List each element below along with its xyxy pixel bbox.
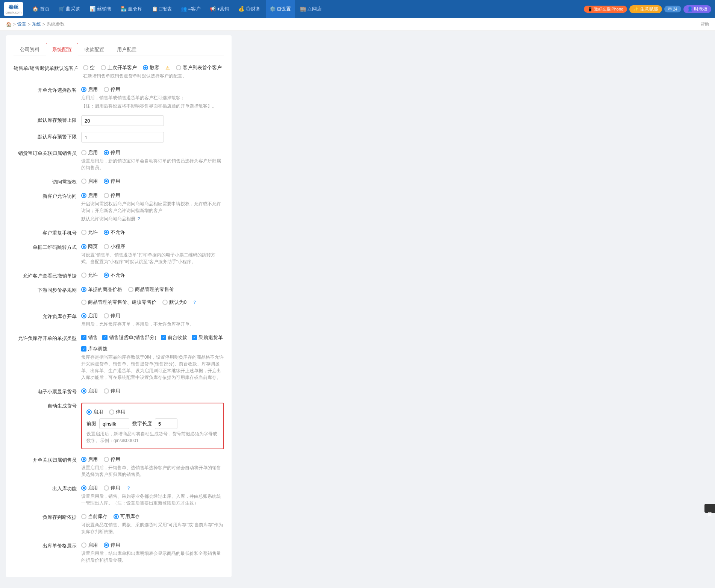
radio-view-sales: 允许 不允许 [81,271,224,279]
label-stock-upper: 默认库存预警上限 [14,115,81,124]
content-downstream-price: 单据的商品价格 商品管理的零售价 商品管理的零售价、建议零售价 默认为0 ？ [81,285,224,306]
msg-badge[interactable]: ✉ 24 [664,6,681,12]
tab-payment-config[interactable]: 收款配置 [78,43,111,56]
radio-disallow-dup[interactable]: 不允许 [104,229,125,236]
radio-bill-price[interactable]: 单据的商品价格 [81,286,122,293]
nav-marketing[interactable]: 📢 ♦营销 [206,0,233,18]
radio-enable-op[interactable]: 启用 [81,542,98,549]
radio-disable-va[interactable]: 停用 [104,178,120,185]
cb-sales[interactable]: 销售 [81,334,98,341]
label-view-sales: 允许客户查看已撤销单据 [14,271,81,279]
radio-enable-loose[interactable]: 启用 [81,86,98,93]
content-dup-phone: 允许 不允许 [81,228,224,236]
radio-disable-op[interactable]: 停用 [104,542,120,549]
input-stock-lower[interactable] [81,132,164,142]
nav-warehouse[interactable]: 🏪 血仓库 [117,0,147,18]
top-navigation: 秦丝 qinsik.com 🏠 首页 🛒 曲采购 📊 丝销售 🏪 血仓库 📋 □… [0,0,715,18]
cb-box-purchase-return [192,335,197,340]
highlight-auto-gen: 启用 停用 前缀 数字长度 设置启用后，新增商品时将自动生成货号，货号前缀必须 [81,403,224,449]
radio-empty[interactable]: 空 [83,64,95,71]
radio-dup-phone: 允许 不允许 [81,228,224,236]
nav-finance[interactable]: 💰 ◎财务 [235,0,264,18]
content-negative-stock: 启用 停用 启用后，允许负库存开单，停用后，不允许负库存开单。 [81,312,224,327]
logo: 秦丝 qinsik.com [4,2,23,16]
input-stock-upper[interactable] [81,115,164,126]
radio-enable-obs[interactable]: 启用 [81,456,98,463]
nav-settings[interactable]: ⚙️ ⊞设置 [266,0,295,18]
breadcrumb-settings[interactable]: 设置 [17,21,26,27]
radio-retail-suggest-price[interactable]: 商品管理的零售价、建议零售价 [81,299,156,306]
radio-disallow-view[interactable]: 不允许 [104,272,125,279]
label-dup-phone: 客户重复手机号 [14,228,81,236]
radio-disable-ncv[interactable]: 停用 [104,192,120,199]
radio-visit-auth: 启用 停用 [81,177,224,185]
cb-stock-transfer[interactable]: 库存调拨 [81,346,108,352]
cb-purchase-return[interactable]: 采购退货单 [192,334,223,341]
empower-badge[interactable]: ✨ 生意赋能 [629,5,662,13]
question-icon-si[interactable]: ？ [126,485,131,491]
radio-web[interactable]: 网页 [81,243,98,250]
content-new-customer-visit: 启用 停用 开启访问需授权后商户访问商城商品相应需要申请授权，允许或不允许访问；… [81,191,224,222]
radio-circle-enable-si [81,485,86,491]
radio-enable-va[interactable]: 启用 [81,178,98,185]
radio-allow-view[interactable]: 允许 [81,272,98,279]
radio-retail-price[interactable]: 商品管理的零售价 [128,286,174,293]
cb-sales-return[interactable]: 销售退货单(销售部分) [102,334,156,341]
tab-system-config[interactable]: 系统配置 [46,43,78,56]
field-downstream-price: 下游同步价格规则 单据的商品价格 商品管理的零售价 商品管理的零售价、建议零售价 [14,285,224,306]
radio-disable-et[interactable]: 停用 [104,388,120,394]
radio-allow-dup[interactable]: 允许 [81,229,98,236]
breadcrumb-system[interactable]: 系统 [32,21,41,27]
breadcrumb-sep: > [13,22,16,27]
radio-first[interactable]: 客户列表首个客户 [176,64,222,71]
nav-customers[interactable]: 👥 ≡客户 [177,0,205,18]
hint-open-bill-sp: 设置启用后，开销售单、选销售单选择客户的时候会自动将开单的销售员选择为客户所归属… [81,464,224,478]
radio-enable-sp[interactable]: 启用 [81,149,98,156]
radio-disable-si[interactable]: 停用 [104,485,120,491]
radio-circle-enable-va [81,179,86,184]
radio-current-stock[interactable]: 当前库存 [81,513,108,520]
radio-disable-neg[interactable]: 停用 [104,312,120,319]
radio-disable-obs[interactable]: 停用 [104,456,120,463]
nav-shop[interactable]: 🏬 △网店 [296,0,326,18]
label-auto-gen: 自动生成货号 [14,401,81,409]
radio-enable-ag[interactable]: 启用 [86,409,103,415]
radio-disable-loose[interactable]: 停用 [104,86,120,93]
label-salesperson-link: 销货宝订单关联归属销售员 [14,149,81,157]
radio-circle-bill-price [81,287,86,292]
nav-reports[interactable]: 📋 □报表 [148,0,176,18]
field-electronic-ticket: 电子小票显示货号 启用 停用 [14,387,224,395]
radio-default-zero[interactable]: 默认为0 [162,299,186,306]
nav-purchase[interactable]: 🛒 曲采购 [55,0,85,18]
field-dup-phone: 客户重复手机号 允许 不允许 [14,228,224,236]
tab-company-info[interactable]: 公司资料 [14,43,46,56]
nav-home[interactable]: 🏠 首页 [29,0,53,18]
feedback-button[interactable]: 反馈 [704,504,715,513]
cb-cashier[interactable]: 前台收款 [161,334,187,341]
radio-loose[interactable]: 散客 [143,64,159,71]
warn-icon: ⚠ [165,65,170,71]
radio-enable-si[interactable]: 启用 [81,485,98,491]
prefix-input[interactable] [99,418,129,429]
invite-badge[interactable]: 📱 邀好友赢iPhone [584,6,627,13]
radio-disable-sp[interactable]: 停用 [104,149,120,156]
radio-miniapp[interactable]: 小程序 [104,243,125,250]
radio-enable-neg[interactable]: 启用 [81,312,98,319]
num-length-input[interactable] [155,418,177,429]
radio-disable-ag[interactable]: 停用 [109,409,126,415]
radio-last[interactable]: 上次开单客户 [101,64,137,71]
nav-sales[interactable]: 📊 丝销售 [86,0,115,18]
radio-auto-gen: 启用 停用 [86,408,219,415]
user-badge[interactable]: 👤 时老板 [683,5,711,13]
tab-user-config[interactable]: 用户配置 [111,43,143,56]
help-button[interactable]: 帮助 [701,21,709,27]
radio-available-stock[interactable]: 可用库存 [114,513,140,520]
radio-circle-current-stock [81,514,86,519]
link-ncv[interactable]: ？ [136,216,141,221]
content-view-sales: 允许 不允许 [81,271,224,279]
radio-circle-retail-price [128,287,133,292]
radio-enable-et[interactable]: 启用 [81,388,98,394]
question-icon-price[interactable]: ？ [192,299,197,306]
radio-enable-ncv[interactable]: 启用 [81,192,98,199]
label-negative-stock: 允许负库存开单 [14,312,81,320]
